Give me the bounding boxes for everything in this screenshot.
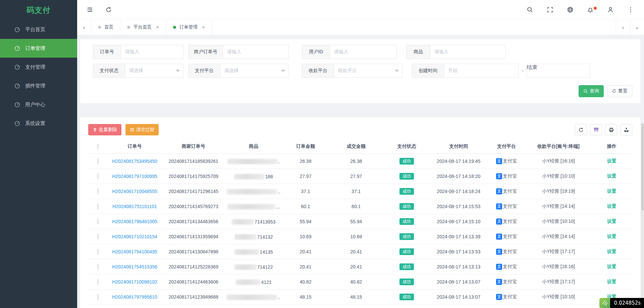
platform-wrap: 支支付宝 bbox=[489, 279, 524, 285]
globe-icon[interactable] bbox=[567, 6, 574, 13]
tab-首页[interactable]: 首页 bbox=[91, 19, 120, 35]
table-refresh-icon[interactable] bbox=[575, 124, 587, 135]
reset-button[interactable]: 重置 bbox=[607, 85, 632, 97]
cell-order-amount: 55.94 bbox=[282, 214, 329, 229]
row-checkbox[interactable] bbox=[98, 173, 98, 179]
order-no-link[interactable]: H2024081753495450 bbox=[112, 159, 157, 164]
batch-delete-button[interactable]: 批量删除 bbox=[88, 124, 121, 135]
order-no-link[interactable]: H2024081754100495 bbox=[112, 249, 157, 254]
order-no-link[interactable]: H2024081710098102 bbox=[112, 279, 157, 285]
settings-link[interactable]: 设置 bbox=[607, 188, 616, 194]
cell-order-no: H2024081754100495 bbox=[107, 244, 162, 259]
tab-bar: ‹ 首页平台首页✕订单管理✕ › ⌄ bbox=[77, 19, 644, 35]
filter-select[interactable]: 请选择 bbox=[125, 64, 183, 78]
row-checkbox[interactable] bbox=[98, 249, 98, 255]
export-icon[interactable] bbox=[620, 124, 632, 135]
filter-select[interactable]: 请选择 bbox=[220, 64, 289, 78]
tab-status-dot bbox=[98, 26, 101, 29]
cell-merchant-no: 2024081714175925709 bbox=[162, 169, 225, 184]
refresh-icon[interactable] bbox=[105, 6, 112, 13]
tabs-scroll-right-icon[interactable]: › bbox=[616, 19, 630, 35]
order-no-link[interactable]: H2024081751101101 bbox=[112, 204, 157, 209]
platform-wrap: 支支付宝 bbox=[489, 188, 524, 194]
notification-dot bbox=[594, 7, 597, 10]
row-checkbox[interactable] bbox=[98, 294, 98, 300]
kebab-menu-icon[interactable] bbox=[627, 6, 634, 13]
query-button[interactable]: 查询 bbox=[579, 85, 604, 97]
settings-link[interactable]: 设置 bbox=[607, 158, 616, 164]
order-no-link[interactable]: H2024081710048555 bbox=[112, 189, 157, 194]
filter-input[interactable]: 请输入 bbox=[330, 45, 397, 59]
sidebar-item-3[interactable]: 支付管理 bbox=[0, 58, 77, 76]
sidebar-item-label: 订单管理 bbox=[25, 45, 45, 52]
thinkphp-logo-icon[interactable] bbox=[599, 298, 610, 308]
order-no-link[interactable]: H2024081754515356 bbox=[112, 264, 157, 269]
settings-link[interactable]: 设置 bbox=[607, 249, 616, 254]
scrollbar-thumb[interactable] bbox=[641, 123, 644, 210]
filter-input[interactable]: 请输入 bbox=[121, 45, 183, 59]
sidebar-item-1[interactable]: 平台首页 bbox=[0, 20, 77, 39]
cell-pay-status: 成功 bbox=[383, 214, 430, 229]
tab-订单管理[interactable]: 订单管理✕ bbox=[166, 19, 212, 35]
cell-action: 设置 bbox=[591, 259, 632, 274]
order-no-link[interactable]: H2024081798481005 bbox=[112, 219, 157, 224]
cell-product: ... bbox=[225, 199, 282, 214]
bulk-actions: 批量删除 清空过期 bbox=[88, 124, 159, 135]
cell-select bbox=[88, 229, 107, 244]
sidebar-item-5[interactable]: 用户中心 bbox=[0, 95, 77, 114]
cell-order-amount: 27.97 bbox=[282, 169, 329, 184]
settings-link[interactable]: 设置 bbox=[607, 219, 616, 224]
row-checkbox[interactable] bbox=[98, 203, 98, 209]
sidebar-item-label: 平台首页 bbox=[25, 26, 45, 33]
gauge-icon bbox=[14, 45, 20, 52]
tab-close-icon[interactable]: ✕ bbox=[156, 25, 159, 29]
sidebar-item-6[interactable]: 系统设置 bbox=[0, 114, 77, 133]
settings-link[interactable]: 设置 bbox=[607, 173, 616, 179]
page-scrollbar[interactable] bbox=[641, 123, 644, 308]
filter-input[interactable]: 请输入 bbox=[223, 45, 289, 59]
date-end-input[interactable]: 结束 bbox=[526, 64, 590, 78]
order-no-link[interactable]: H2024081797100995 bbox=[112, 174, 157, 179]
fullscreen-icon[interactable] bbox=[547, 6, 553, 13]
settings-link[interactable]: 设置 bbox=[607, 264, 616, 269]
sidebar-item-4[interactable]: 插件管理 bbox=[0, 76, 77, 95]
tab-close-icon[interactable]: ✕ bbox=[202, 25, 205, 29]
cell-order-no: H2024081754515356 bbox=[107, 259, 162, 274]
table-toolbar bbox=[572, 124, 632, 135]
cell-pay-status: 成功 bbox=[383, 169, 430, 184]
sidebar-item-2[interactable]: 订单管理 bbox=[0, 39, 77, 58]
date-start-input[interactable]: 开始 bbox=[444, 64, 519, 78]
row-checkbox[interactable] bbox=[98, 219, 98, 225]
clear-expired-button[interactable]: 清空过期 bbox=[125, 124, 159, 135]
search-icon[interactable] bbox=[527, 6, 533, 13]
settings-link[interactable]: 设置 bbox=[607, 279, 616, 284]
sidebar-item-label: 系统设置 bbox=[25, 120, 45, 127]
tabs-collapse-icon[interactable]: ⌄ bbox=[630, 19, 644, 35]
table-row: H202408179848100520240817141344636567141… bbox=[88, 214, 632, 229]
tab-平台首页[interactable]: 平台首页✕ bbox=[120, 19, 166, 35]
tabs-scroll-left-icon[interactable]: ‹ bbox=[77, 19, 91, 35]
placeholder-text: 收款平台 bbox=[338, 68, 357, 74]
row-checkbox[interactable] bbox=[98, 234, 98, 240]
cell-select bbox=[88, 154, 107, 169]
columns-filter-icon[interactable] bbox=[590, 124, 602, 135]
order-no-link[interactable]: H2024081797995610 bbox=[112, 294, 157, 300]
cell-platform: 支支付宝 bbox=[487, 169, 526, 184]
user-icon[interactable] bbox=[607, 6, 614, 13]
row-checkbox[interactable] bbox=[98, 264, 98, 270]
cell-action: 设置 bbox=[591, 274, 632, 290]
row-checkbox[interactable] bbox=[98, 188, 98, 194]
select-all-checkbox[interactable] bbox=[98, 143, 98, 149]
settings-link[interactable]: 设置 bbox=[607, 203, 616, 209]
table-row: H202408175451535620240817141252283697141… bbox=[88, 259, 632, 274]
collapse-menu-icon[interactable] bbox=[87, 6, 93, 13]
filter-input[interactable]: 请输入 bbox=[430, 45, 505, 59]
row-checkbox[interactable] bbox=[98, 279, 98, 285]
order-no-link[interactable]: H2024081710210154 bbox=[112, 234, 157, 239]
print-icon[interactable] bbox=[605, 124, 617, 135]
table-row: H202408171021015420240817141319596947141… bbox=[88, 229, 632, 244]
bell-icon[interactable] bbox=[587, 6, 594, 13]
row-checkbox[interactable] bbox=[98, 158, 98, 164]
settings-link[interactable]: 设置 bbox=[607, 234, 616, 239]
filter-select[interactable]: 收款平台 bbox=[334, 64, 402, 78]
